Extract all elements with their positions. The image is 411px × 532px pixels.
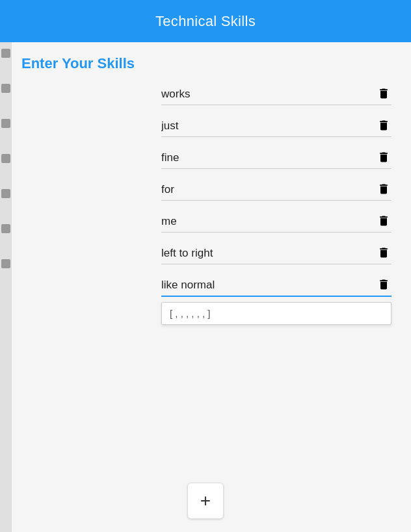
- delete-button-3[interactable]: [376, 149, 391, 166]
- sidebar-icon-2: [1, 84, 10, 93]
- autocomplete-dropdown[interactable]: [ , , , , , , ]: [161, 302, 391, 325]
- delete-button-6[interactable]: [376, 244, 391, 261]
- autocomplete-text: [ , , , , , , ]: [170, 308, 211, 319]
- sidebar-icon-4: [1, 154, 10, 163]
- sidebar-icon-7: [1, 259, 10, 268]
- delete-button-1[interactable]: [376, 85, 391, 102]
- trash-icon-5: [377, 214, 390, 228]
- sidebar-icon-3: [1, 119, 10, 128]
- skill-input-5[interactable]: [161, 215, 330, 229]
- sidebar-icon-6: [1, 224, 10, 233]
- delete-button-4[interactable]: [376, 181, 391, 197]
- skill-input-3[interactable]: [161, 151, 330, 166]
- skill-item-4: [161, 181, 391, 201]
- skill-input-6[interactable]: [161, 247, 330, 261]
- trash-icon-3: [377, 150, 390, 164]
- skill-item-5: [161, 212, 391, 233]
- skills-list: [18, 85, 411, 309]
- sidebar-icon-1: [1, 49, 10, 58]
- trash-icon-1: [377, 86, 390, 101]
- skill-input-7[interactable]: [161, 279, 330, 293]
- skill-input-2[interactable]: [161, 120, 330, 134]
- skill-item-3: [161, 149, 391, 169]
- add-icon: +: [200, 490, 211, 511]
- app-container: Technical Skills Enter Your Skills: [0, 0, 411, 532]
- skill-item-7: [161, 276, 391, 297]
- skill-input-1[interactable]: [161, 88, 330, 102]
- add-button-container: +: [187, 483, 224, 519]
- skill-item-6: [161, 244, 391, 264]
- trash-icon-4: [377, 182, 390, 196]
- sidebar-icon-5: [1, 189, 10, 198]
- skill-item-1: [161, 85, 391, 105]
- delete-button-5[interactable]: [376, 212, 391, 229]
- left-sidebar: [0, 42, 12, 532]
- trash-icon-7: [377, 277, 390, 292]
- skill-input-4[interactable]: [161, 183, 330, 197]
- header: Technical Skills: [0, 0, 411, 42]
- header-title: Technical Skills: [155, 13, 256, 30]
- delete-button-7[interactable]: [376, 276, 391, 293]
- add-skill-button[interactable]: +: [187, 483, 224, 519]
- trash-icon-2: [377, 118, 390, 133]
- section-title: Enter Your Skills: [18, 55, 411, 72]
- delete-button-2[interactable]: [376, 117, 391, 134]
- main-content: Enter Your Skills: [12, 42, 411, 532]
- trash-icon-6: [377, 246, 390, 260]
- skill-item-2: [161, 117, 391, 137]
